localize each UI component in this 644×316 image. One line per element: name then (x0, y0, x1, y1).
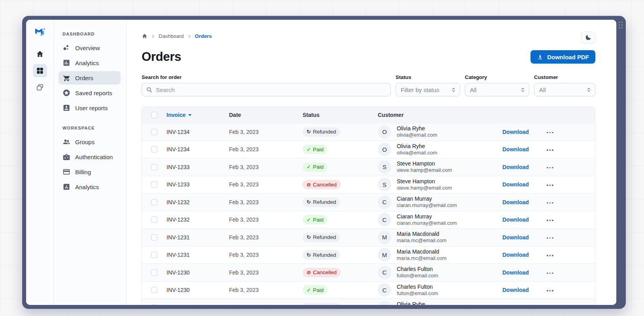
home-icon[interactable] (33, 47, 47, 61)
date-cell: Feb 3, 2023 (229, 287, 303, 293)
row-checkbox[interactable] (151, 146, 157, 152)
sidebar-item-authentication[interactable]: Authentication (59, 150, 121, 164)
status-icon (307, 182, 311, 188)
select-all-checkbox[interactable] (151, 112, 157, 118)
customer-email: ciaran.murray@email.com (397, 220, 457, 227)
download-link[interactable]: Download (502, 181, 529, 188)
status-label: Paid (313, 147, 324, 152)
theme-toggle-button[interactable] (581, 32, 595, 43)
row-menu-button[interactable] (546, 288, 554, 294)
customer-name: Olivia Ryhe (397, 143, 437, 150)
customer-email: fulton@email.com (397, 273, 438, 279)
search-icon (146, 87, 153, 93)
status-chip: Cancelled (303, 180, 341, 189)
row-checkbox[interactable] (151, 216, 157, 223)
download-link[interactable]: Download (502, 305, 529, 305)
home-icon[interactable] (142, 33, 148, 39)
select-arrows-icon (520, 87, 526, 93)
layers-icon[interactable] (33, 81, 47, 94)
invoice-cell: INV-1232 (167, 216, 229, 223)
search-input[interactable] (156, 87, 386, 93)
table-row: INV-1230 Feb 3, 2023 Paid C Charles Fult… (142, 281, 595, 299)
date-cell: Feb 3, 2023 (229, 234, 303, 241)
download-pdf-button[interactable]: Download PDF (530, 50, 595, 64)
sidebar-item-billing[interactable]: Billing (59, 165, 121, 179)
row-checkbox[interactable] (151, 269, 157, 276)
sidebar-item-overview[interactable]: Overview (59, 41, 121, 55)
table-row: INV-1231 Feb 3, 2023 Refunded M Maria Ma… (142, 246, 595, 264)
row-menu-button[interactable] (546, 165, 554, 171)
breadcrumb-orders[interactable]: Orders (195, 33, 212, 39)
customer-filter-label: Customer (534, 74, 595, 80)
download-link[interactable]: Download (502, 216, 529, 223)
table-row: INV-1232 Feb 3, 2023 Paid C Ciaran Murra… (142, 211, 595, 229)
sidebar-item-user-reports[interactable]: User reports (59, 101, 121, 115)
row-menu-button[interactable] (546, 200, 554, 206)
row-checkbox[interactable] (151, 252, 157, 258)
column-header-status: Status (303, 112, 378, 118)
row-menu-button[interactable] (546, 130, 554, 136)
download-link[interactable]: Download (502, 199, 529, 205)
status-icon (307, 147, 311, 152)
row-menu-button[interactable] (546, 252, 554, 259)
row-checkbox[interactable] (151, 164, 157, 170)
category-filter-select[interactable]: All (465, 83, 529, 96)
category-filter-value: All (470, 87, 477, 93)
sidebar-item-analytics[interactable]: Analytics (59, 56, 121, 70)
row-menu-button[interactable] (546, 217, 554, 224)
invoice-cell: INV-1232 (167, 199, 229, 205)
status-label: Paid (313, 287, 324, 293)
row-menu-button[interactable] (546, 182, 554, 188)
sidebar-item-label: Overview (75, 45, 100, 51)
invoice-cell: INV-1229 (167, 305, 229, 305)
sidebar-item-label: Orders (75, 75, 93, 81)
row-menu-button[interactable] (546, 270, 554, 276)
row-checkbox[interactable] (151, 234, 157, 241)
download-link[interactable]: Download (502, 129, 529, 135)
date-cell: Feb 3, 2023 (229, 164, 303, 170)
download-link[interactable]: Download (502, 252, 529, 258)
status-chip: Refunded (303, 233, 340, 242)
status-icon (307, 129, 311, 135)
status-filter-select[interactable]: Filter by status (396, 83, 460, 96)
download-link[interactable]: Download (502, 287, 529, 293)
sidebar-item-label: Analytics (75, 60, 99, 66)
download-link[interactable]: Download (502, 269, 529, 276)
customer-filter-select[interactable]: All (534, 83, 595, 96)
row-checkbox[interactable] (151, 287, 157, 293)
avatar: C (378, 283, 391, 297)
invoice-cell: INV-1233 (167, 181, 229, 188)
avatar: C (378, 196, 391, 209)
avatar: S (378, 160, 391, 174)
breadcrumb-dashboard[interactable]: Dashboard (159, 33, 184, 39)
avatar: M (378, 231, 391, 244)
sidebar-item-analytics-workspace[interactable]: Analytics (59, 180, 121, 194)
status-chip: Paid (303, 145, 328, 154)
sidebar-item-saved-reports[interactable]: Saved reports (59, 86, 121, 100)
status-label: Refunded (313, 252, 336, 258)
search-label: Search for order (142, 74, 391, 80)
invoice-cell: INV-1230 (167, 287, 229, 293)
row-menu-button[interactable] (546, 147, 554, 153)
row-checkbox[interactable] (151, 305, 157, 305)
dashboard-grid-icon[interactable] (33, 64, 47, 77)
date-cell: Feb 3, 2023 (229, 181, 303, 188)
row-checkbox[interactable] (151, 181, 157, 188)
sidebar-item-label: Authentication (75, 154, 113, 160)
search-input-wrap (142, 83, 391, 96)
download-link[interactable]: Download (502, 164, 529, 170)
download-link[interactable]: Download (502, 146, 529, 152)
sidebar-item-orders[interactable]: Orders (59, 71, 121, 85)
status-icon (307, 287, 311, 293)
row-checkbox[interactable] (151, 199, 157, 205)
status-icon (307, 305, 311, 305)
customer-email: steve.hamp@email.com (397, 185, 452, 192)
row-menu-button[interactable] (546, 235, 554, 241)
column-header-invoice[interactable]: Invoice (167, 112, 229, 118)
download-link[interactable]: Download (502, 234, 529, 241)
date-cell: Feb 3, 2023 (229, 216, 303, 223)
row-checkbox[interactable] (151, 129, 157, 135)
sidebar-item-label: Groups (75, 139, 95, 145)
sidebar-item-groups[interactable]: Groups (59, 135, 121, 149)
analytics-icon (63, 183, 70, 191)
